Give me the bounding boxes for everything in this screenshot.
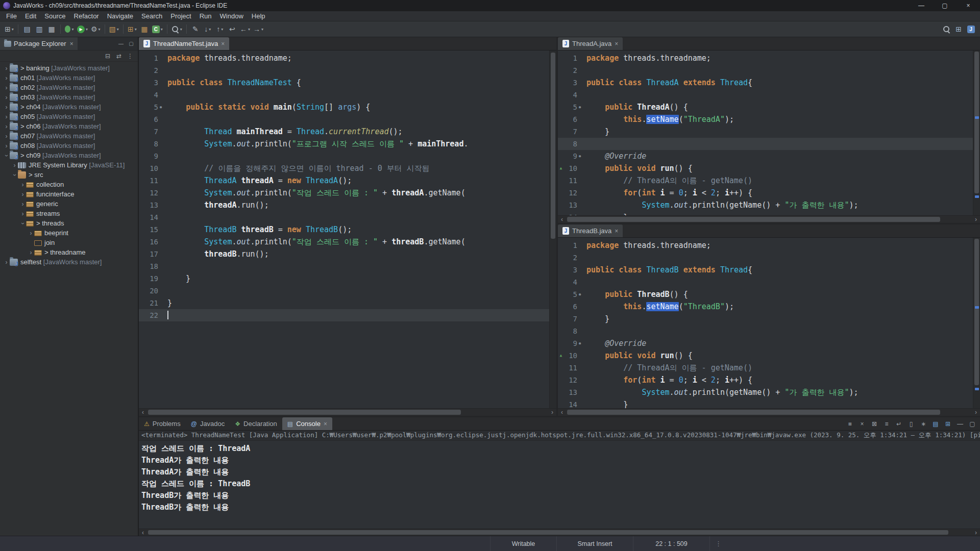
code-editor[interactable]: 1package threads.threadname;23public cla…: [139, 51, 556, 408]
horizontal-scrollbar[interactable]: ‹ ›: [139, 408, 556, 416]
scroll-lock-button[interactable]: ≡: [882, 419, 891, 429]
run-button[interactable]: ▶▾: [76, 23, 89, 35]
tree-item-ch04[interactable]: ›> ch04 [JavaWorks master]: [0, 102, 138, 112]
vertical-scrollbar-thumb[interactable]: [974, 239, 979, 385]
pin-console-button[interactable]: ∗: [919, 419, 928, 429]
display-console-button[interactable]: ▤: [931, 419, 940, 429]
tree-chevron-icon[interactable]: ›: [3, 259, 10, 266]
save-all-button[interactable]: ▥: [33, 23, 45, 35]
tree-chevron-icon[interactable]: ›: [3, 104, 10, 111]
tab-problems[interactable]: ⚠Problems: [139, 417, 186, 430]
search-flashlight-button[interactable]: ▾: [170, 23, 184, 35]
scroll-left-button[interactable]: ‹: [139, 529, 147, 536]
word-wrap-button[interactable]: ↵: [894, 419, 903, 429]
menu-help[interactable]: Help: [248, 11, 270, 21]
vertical-scrollbar-thumb[interactable]: [551, 53, 555, 239]
save-button[interactable]: ▤: [21, 23, 33, 35]
tree-chevron-icon[interactable]: ›: [28, 230, 34, 237]
tree-chevron-icon[interactable]: ›: [11, 162, 18, 169]
horizontal-scrollbar-thumb[interactable]: [567, 410, 940, 415]
horizontal-scrollbar-track[interactable]: [147, 529, 972, 536]
vertical-scrollbar[interactable]: [973, 51, 980, 215]
next-annotation-button[interactable]: ↓▾: [202, 23, 214, 35]
horizontal-scrollbar[interactable]: ‹ ›: [558, 408, 980, 416]
tree-chevron-icon[interactable]: ›: [11, 171, 18, 178]
open-console-button[interactable]: ⊞: [943, 419, 952, 429]
tree-chevron-icon[interactable]: ›: [3, 74, 10, 82]
link-with-editor-button[interactable]: ⇄: [114, 52, 124, 61]
tree-item-threads[interactable]: ›> threads: [0, 218, 138, 228]
tree-chevron-icon[interactable]: ›: [3, 113, 10, 120]
search-button[interactable]: [940, 23, 952, 35]
tree-chevron-icon[interactable]: ›: [19, 220, 27, 227]
editor-tab-threada[interactable]: J ThreadA.java ×: [558, 37, 623, 50]
tree-item-funcinterface[interactable]: ›funcinterface: [0, 189, 138, 199]
scroll-left-button[interactable]: ‹: [558, 216, 566, 223]
mark-occurrences-button[interactable]: ✎: [189, 23, 202, 35]
tree-chevron-icon[interactable]: ›: [28, 249, 34, 256]
statusbar-handle[interactable]: ⋮: [709, 536, 727, 551]
menu-window[interactable]: Window: [216, 11, 248, 21]
horizontal-scrollbar-track[interactable]: [147, 409, 548, 416]
tree-item-jre-system-library[interactable]: ›JRE System Library [JavaSE-11]: [0, 160, 138, 170]
forward-button[interactable]: →▾: [252, 23, 265, 35]
horizontal-scrollbar-thumb[interactable]: [567, 217, 940, 222]
tree-item-ch09[interactable]: ›> ch09 [JavaWorks master]: [0, 151, 138, 160]
tree-chevron-icon[interactable]: ›: [3, 65, 10, 72]
remove-launch-button[interactable]: ×: [857, 419, 867, 429]
close-icon[interactable]: ×: [70, 40, 74, 47]
tree-chevron-icon[interactable]: ›: [3, 123, 10, 130]
view-menu-button[interactable]: ⋮: [126, 52, 135, 61]
tree-item-ch02[interactable]: ›ch02 [JavaWorks master]: [0, 83, 138, 92]
view-minimize-button[interactable]: —: [116, 39, 126, 48]
collapse-all-button[interactable]: ⊟: [103, 52, 112, 61]
clear-console-button[interactable]: ▯: [906, 419, 916, 429]
scroll-right-button[interactable]: ›: [548, 409, 556, 416]
tree-chevron-icon[interactable]: ›: [3, 94, 10, 101]
code-editor[interactable]: 1package threads.threadname;23public cla…: [558, 51, 980, 215]
tree-item-src[interactable]: ›> src: [0, 170, 138, 180]
menu-refactor[interactable]: Refactor: [70, 11, 103, 21]
terminate-button[interactable]: ■: [845, 419, 854, 429]
tree-item-threadname[interactable]: ›> threadname: [0, 247, 138, 257]
new-java-project-button[interactable]: ⊞▾: [126, 23, 138, 35]
vertical-scrollbar-thumb[interactable]: [974, 52, 979, 193]
tab-close-icon[interactable]: ×: [324, 420, 327, 428]
tree-item-selftest[interactable]: ›selftest [JavaWorks master]: [0, 257, 138, 267]
menu-navigate[interactable]: Navigate: [103, 11, 137, 21]
code-editor[interactable]: 1package threads.threadname;23public cla…: [558, 238, 980, 408]
new-wizard-button[interactable]: ⊞▾: [3, 23, 15, 35]
minimize-button[interactable]: —: [910, 0, 933, 11]
scroll-right-button[interactable]: ›: [972, 216, 980, 223]
horizontal-scrollbar-track[interactable]: [566, 216, 972, 223]
tree-chevron-icon[interactable]: ›: [19, 201, 26, 208]
menu-project[interactable]: Project: [166, 11, 195, 21]
menu-file[interactable]: File: [2, 11, 21, 21]
tree-item-ch08[interactable]: ›ch08 [JavaWorks master]: [0, 141, 138, 151]
tree-item-ch01[interactable]: ›ch01 [JavaWorks master]: [0, 73, 138, 83]
scroll-right-button[interactable]: ›: [972, 529, 980, 536]
menu-edit[interactable]: Edit: [21, 11, 40, 21]
code-area[interactable]: 1package threads.threadname;23public cla…: [139, 51, 549, 408]
console-maximize-button[interactable]: ▢: [968, 419, 977, 429]
editor-tab-threadnametest[interactable]: J ThreadNameTest.java ×: [139, 37, 229, 50]
tab-declaration[interactable]: ❖Declaration: [230, 417, 282, 430]
view-maximize-button[interactable]: ▢: [127, 39, 136, 48]
horizontal-scrollbar-thumb[interactable]: [148, 410, 461, 415]
horizontal-scrollbar-thumb[interactable]: [148, 530, 948, 535]
horizontal-scrollbar[interactable]: ‹ ›: [558, 215, 980, 223]
tab-javadoc[interactable]: @Javadoc: [186, 417, 230, 430]
open-perspective-button[interactable]: ⊞: [952, 23, 965, 35]
coverage-button[interactable]: ▧▾: [108, 23, 120, 35]
tree-item-generic[interactable]: ›generic: [0, 199, 138, 209]
external-tools-button[interactable]: ⚙▾: [89, 23, 102, 35]
menu-run[interactable]: Run: [195, 11, 216, 21]
maximize-button[interactable]: ▢: [933, 0, 957, 11]
tree-chevron-icon[interactable]: ›: [19, 181, 26, 188]
code-area[interactable]: 1package threads.threadname;23public cla…: [558, 51, 973, 215]
tree-item-join[interactable]: join: [0, 238, 138, 247]
editor-tab-threadb[interactable]: J ThreadB.java ×: [558, 224, 623, 237]
tree-chevron-icon[interactable]: ›: [3, 84, 10, 91]
tab-console[interactable]: ▤Console×: [282, 417, 332, 430]
new-class-button[interactable]: C▾: [151, 23, 164, 35]
